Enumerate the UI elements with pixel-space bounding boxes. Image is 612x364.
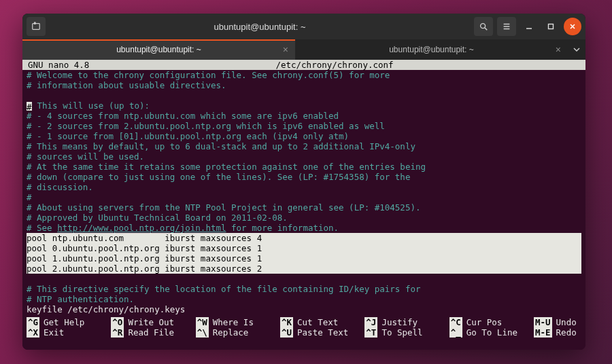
close-icon[interactable]: × [283, 44, 288, 55]
tab-1[interactable]: ubuntupit@ubuntupit: ~ × [22, 39, 295, 60]
nano-shortcut-bar: ^GGet Help ^OWrite Out ^WWhere Is ^KCut … [22, 317, 585, 340]
shortcut-to-spell: ^TTo Spell [364, 327, 449, 338]
shortcut-justify: ^JJustify [364, 317, 449, 327]
terminal-window: ubuntupit@ubuntupit: ~ ubuntupit@ubuntup… [22, 14, 585, 350]
close-icon[interactable]: × [556, 44, 561, 55]
svg-point-2 [481, 24, 486, 29]
shortcut-cur-pos: ^CCur Pos [449, 317, 534, 327]
tab-2[interactable]: ubuntupit@ubuntupit: ~ × [295, 39, 568, 60]
shortcut-paste-text: ^UPaste Text [280, 327, 364, 338]
svg-line-3 [485, 28, 488, 31]
shortcut-redo: M-ERedo [534, 327, 581, 338]
nano-app-name: GNU nano 4.8 [28, 60, 164, 70]
close-button[interactable] [564, 18, 581, 35]
shortcut-read-file: ^RRead File [111, 327, 195, 338]
nano-modified [505, 60, 580, 70]
shortcut-replace: ^\Replace [196, 327, 280, 338]
nano-filepath: /etc/chrony/chrony.conf [164, 60, 505, 70]
tab-bar: ubuntupit@ubuntupit: ~ × ubuntupit@ubunt… [22, 39, 585, 60]
tab-dropdown-button[interactable] [568, 46, 585, 53]
shortcut-get-help: ^GGet Help [27, 317, 111, 327]
cursor: # [27, 102, 32, 111]
terminal-area[interactable]: GNU nano 4.8 /etc/chrony/chrony.conf # W… [22, 60, 585, 350]
shortcut-write-out: ^OWrite Out [111, 317, 195, 327]
svg-rect-1 [34, 22, 35, 24]
svg-rect-8 [549, 24, 554, 29]
svg-rect-0 [33, 24, 40, 30]
tab-label: ubuntupit@ubuntupit: ~ [116, 45, 201, 54]
search-button[interactable] [474, 17, 493, 36]
maximize-button[interactable] [542, 18, 560, 35]
window-title: ubuntupit@ubuntupit: ~ [46, 22, 474, 32]
tab-label: ubuntupit@ubuntupit: ~ [389, 45, 474, 54]
shortcut-exit: ^XExit [27, 327, 111, 338]
new-tab-button[interactable] [27, 17, 46, 36]
minimize-button[interactable] [520, 18, 538, 35]
shortcut-go-to-line: ^_Go To Line [449, 327, 534, 338]
nano-editor-body[interactable]: # Welcome to the chrony configuration fi… [22, 70, 585, 314]
shortcut-cut-text: ^KCut Text [280, 317, 364, 327]
menu-button[interactable] [497, 17, 516, 36]
shortcut-where-is: ^WWhere Is [196, 317, 280, 327]
titlebar: ubuntupit@ubuntupit: ~ [22, 14, 585, 39]
nano-titlebar: GNU nano 4.8 /etc/chrony/chrony.conf [22, 60, 585, 70]
shortcut-undo: M-UUndo [534, 317, 581, 327]
